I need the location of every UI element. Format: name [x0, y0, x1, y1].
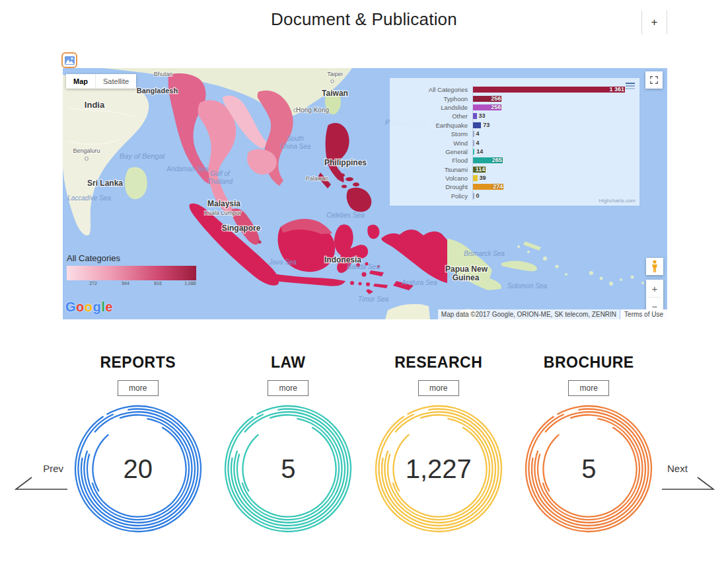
chart-bar: 265: [473, 157, 503, 163]
counter-ring: 20: [72, 403, 204, 535]
disaster-category-chart-panel: All Categories1 361Typhoon256Landslide25…: [390, 78, 639, 206]
prev-label: Prev: [13, 463, 69, 474]
map-type-map-button[interactable]: Map: [66, 74, 95, 89]
map-label-city: Bhutan: [154, 71, 173, 77]
chart-category-label: Policy: [390, 192, 472, 200]
chart-value-label: 4: [476, 131, 480, 137]
google-logo-letter: G: [65, 300, 76, 314]
map-label-city: Palawan: [306, 175, 329, 182]
map-label-country: India: [85, 100, 105, 110]
counter-value: 20: [72, 403, 204, 535]
next-arrow-icon: [661, 475, 716, 491]
map-label-sea: Gulf of: [210, 170, 231, 177]
next-button[interactable]: Next: [661, 463, 716, 493]
counter-title: RESEARCH: [363, 354, 514, 372]
map-type-control: Map Satellite: [66, 74, 136, 89]
chart-bar: 274: [473, 184, 503, 190]
chart-value-label: 33: [479, 113, 486, 119]
chart-bar: [473, 193, 474, 199]
image-export-button[interactable]: [61, 52, 77, 68]
chart-category-label: Drought: [390, 183, 472, 190]
fullscreen-icon: [649, 75, 659, 85]
counter-title: REPORTS: [63, 354, 213, 372]
chart-row: Policy0: [390, 192, 634, 200]
counter-value: 1,227: [373, 403, 505, 535]
chart-bar-area: 256: [472, 94, 634, 102]
chart-row: Volcano39: [390, 174, 634, 182]
map-label-sea: Andaman Sea: [166, 165, 209, 173]
chart-category-label: Earthquake: [390, 122, 472, 129]
map-label-country: Taiwan: [322, 89, 348, 98]
chart-value-label: 14: [476, 149, 483, 155]
map-label-sea: China Sea: [280, 143, 311, 150]
chart-value-label: 39: [480, 175, 486, 181]
add-widget-button[interactable]: +: [641, 11, 667, 34]
pegman-button[interactable]: [646, 258, 663, 275]
chart-row: Other33: [390, 112, 634, 120]
pegman-icon: [651, 260, 659, 273]
more-button[interactable]: more: [568, 380, 609, 396]
map-type-satellite-button[interactable]: Satellite: [95, 74, 136, 89]
counter-value: 5: [222, 403, 354, 535]
map-label-sea: Solomon Sea: [507, 282, 547, 290]
google-logo-letter: g: [93, 300, 102, 314]
chart-row: Drought274: [390, 182, 634, 191]
page-title: Document & Publication: [0, 9, 728, 30]
map-label-sea: Java Sea: [268, 259, 297, 266]
chart-row: General14: [390, 147, 634, 156]
chart-category-label: Typhoon: [390, 95, 472, 102]
map-label-country: Singapore: [222, 223, 261, 233]
counter-widget-brochure: BROCHUREmore5: [514, 354, 665, 535]
map-label-city: Kuala Lumpur: [204, 210, 241, 216]
map-label-country: Philippines: [324, 158, 367, 167]
map-label-sea: South: [287, 135, 305, 142]
chart-bar-area: 1 361: [472, 85, 634, 94]
counter-ring: 1,227: [373, 403, 505, 535]
chart-category-label: Flood: [390, 157, 472, 164]
map-label-city: Taipei: [327, 71, 343, 77]
map-label-sea: Arafura Sea: [401, 279, 437, 286]
map-label-country: Bangladesh: [137, 87, 178, 95]
map-label-sea: Bismarck Sea: [464, 250, 505, 257]
chart-value-label: 114: [476, 167, 486, 173]
map-label-sea: Celebes Sea: [326, 212, 365, 219]
google-logo-letter: o: [85, 300, 93, 314]
chart-category-label: Storm: [390, 130, 472, 138]
highcharts-credit-link[interactable]: Highcharts.com: [599, 198, 636, 204]
chart-bar-area: 4: [472, 138, 634, 147]
land-sri-lanka: [125, 167, 147, 200]
map-label-sea: Banda Sea: [347, 263, 380, 270]
chart-bar-area: 73: [472, 121, 634, 130]
chart-bar: [473, 122, 481, 128]
image-icon: [65, 56, 75, 65]
chart-category-label: All Categories: [390, 86, 472, 93]
chart-row: Landslide256: [390, 103, 634, 112]
map-label-country: Sri Lanka: [87, 179, 123, 188]
next-label: Next: [661, 463, 716, 474]
map-label-sea: Thailand: [207, 178, 233, 185]
chart-row: Flood265: [390, 156, 634, 165]
chart-bar-area: 114: [472, 165, 634, 174]
map-container[interactable]: IndiaBengaluruBangladeshBhutanSri LankaT…: [63, 68, 667, 319]
chart-row: Typhoon256: [390, 94, 634, 102]
more-button[interactable]: more: [118, 380, 159, 396]
zoom-in-button[interactable]: +: [646, 280, 663, 297]
google-logo[interactable]: Google: [65, 300, 113, 315]
more-button[interactable]: more: [418, 380, 459, 396]
terms-of-use-link[interactable]: Terms of Use: [620, 309, 667, 319]
chart-value-label: 0: [476, 193, 480, 199]
map-label-country: Guinea: [453, 273, 480, 282]
chart-value-label: 256: [491, 96, 501, 102]
chart-bar-area: 14: [472, 147, 634, 156]
chart-value-label: 73: [483, 122, 490, 128]
chart-row: Wind4: [390, 138, 634, 147]
prev-button[interactable]: Prev: [13, 463, 69, 493]
fullscreen-button[interactable]: [645, 71, 663, 89]
gradient-tick-label: 272: [89, 281, 97, 286]
chart-category-label: Volcano: [390, 175, 472, 182]
dashboard-page: Document & Publication +: [0, 0, 728, 562]
chart-bar-area: 4: [472, 130, 634, 138]
gradient-tick-label: 816: [154, 281, 162, 286]
counter-widget-reports: REPORTSmore20: [63, 354, 213, 535]
more-button[interactable]: more: [268, 380, 309, 396]
